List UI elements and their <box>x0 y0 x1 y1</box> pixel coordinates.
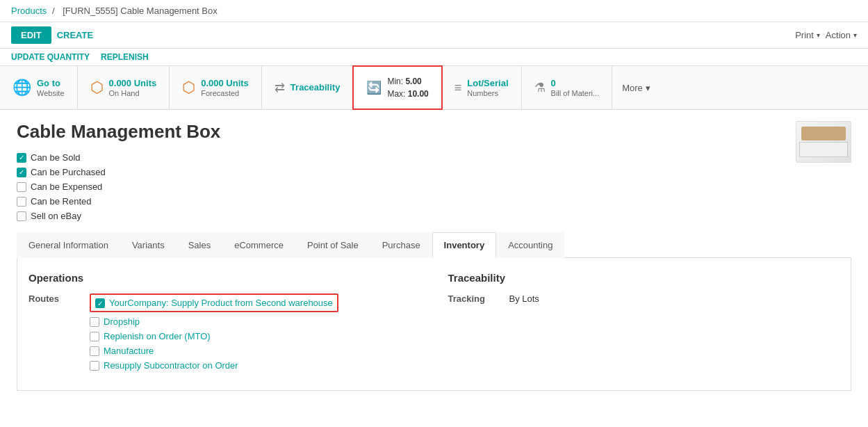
checkbox-purchased-box[interactable] <box>17 168 26 177</box>
operations-title: Operations <box>28 272 420 284</box>
stat-forecasted-value: 0.000 Units <box>201 78 249 90</box>
checkbox-ebay-label: Sell on eBay <box>31 211 81 221</box>
stat-min-value: Min: 5.00 <box>387 75 428 88</box>
stat-lot-serial-value: Lot/Serial <box>467 78 508 90</box>
stat-lot-serial-label: Numbers <box>467 89 508 97</box>
main-content: Cable Management Box Can be Sold Can be … <box>0 110 868 402</box>
checkbox-sell-ebay[interactable]: Sell on eBay <box>17 211 220 221</box>
more-button[interactable]: More ▾ <box>612 66 660 109</box>
minmax-icon: 🔄 <box>366 80 382 95</box>
checkbox-purchased-label: Can be Purchased <box>31 167 106 177</box>
tracking-label: Tracking <box>448 293 504 304</box>
breadcrumb-current: [FURN_5555] Cable Management Box <box>63 6 218 16</box>
tab-sales[interactable]: Sales <box>177 232 223 258</box>
tab-ecommerce[interactable]: eCommerce <box>222 232 295 258</box>
stat-website-value: Go to <box>37 78 65 90</box>
forecasted-icon: ⬡ <box>182 79 195 97</box>
highlighted-route-box: YourCompany: Supply Product from Second … <box>90 293 338 312</box>
breadcrumb-parent[interactable]: Products <box>11 6 47 16</box>
route-label-3: Manufacture <box>104 346 154 356</box>
route-item-2: Replenish on Order (MTO) <box>90 331 338 341</box>
tracking-field: Tracking By Lots <box>448 293 840 304</box>
checkbox-expensed-box[interactable] <box>17 182 26 192</box>
stat-forecasted[interactable]: ⬡ 0.000 Units Forecasted <box>170 66 262 109</box>
print-label: Print <box>795 30 814 40</box>
checkbox-rented-box[interactable] <box>17 197 26 207</box>
traceability-icon: ⇄ <box>275 80 285 95</box>
stat-bom[interactable]: ⚗ 0 Bill of Materi... <box>522 66 613 109</box>
tab-accounting[interactable]: Accounting <box>496 232 564 258</box>
route-checkbox-3[interactable] <box>90 346 99 356</box>
route-label-4: Resupply Subcontractor on Order <box>104 360 238 371</box>
traceability-title: Traceability <box>448 272 840 284</box>
route-item-0: YourCompany: Supply Product from Second … <box>90 293 338 312</box>
route-checkbox-1[interactable] <box>90 317 99 327</box>
stat-minmax[interactable]: 🔄 Min: 5.00 Max: 10.00 <box>352 65 442 110</box>
stat-on-hand-value: 0.000 Units <box>109 78 157 90</box>
stat-forecasted-label: Forecasted <box>201 89 249 97</box>
routes-label: Routes <box>28 293 84 304</box>
action-bar: EDIT CREATE Print ▾ Action ▾ <box>0 22 868 49</box>
checkbox-can-be-purchased[interactable]: Can be Purchased <box>17 167 220 177</box>
tab-content-inventory: Operations Routes YourCompany: Supply Pr… <box>17 258 851 391</box>
route-checkbox-2[interactable] <box>90 332 99 341</box>
print-dropdown-icon: ▾ <box>817 31 820 39</box>
checkbox-can-be-rented[interactable]: Can be Rented <box>17 196 220 207</box>
route-label-2: Replenish on Order (MTO) <box>104 331 211 341</box>
checkbox-ebay-box[interactable] <box>17 211 26 221</box>
tracking-value: By Lots <box>509 293 539 304</box>
product-title: Cable Management Box <box>17 121 220 143</box>
stat-bom-label: Bill of Materi... <box>551 89 600 97</box>
operations-section: Operations Routes YourCompany: Supply Pr… <box>28 272 420 376</box>
breadcrumb: Products / [FURN_5555] Cable Management … <box>0 0 868 22</box>
bom-icon: ⚗ <box>534 80 546 95</box>
stat-traceability-value: Traceability <box>290 82 341 94</box>
stat-bom-value: 0 <box>551 78 600 90</box>
update-quantity-button[interactable]: UPDATE QUANTITY <box>11 52 90 62</box>
stat-on-hand[interactable]: ⬡ 0.000 Units On Hand <box>78 66 170 109</box>
traceability-section: Traceability Tracking By Lots <box>448 272 840 376</box>
route-item-3: Manufacture <box>90 346 338 356</box>
replenish-button[interactable]: REPLENISH <box>101 52 149 62</box>
stat-website-label: Website <box>37 89 65 97</box>
breadcrumb-separator: / <box>52 6 55 16</box>
print-button[interactable]: Print ▾ <box>795 30 820 40</box>
checkbox-can-be-expensed[interactable]: Can be Expensed <box>17 182 220 192</box>
tab-point-of-sale[interactable]: Point of Sale <box>295 232 370 258</box>
stat-on-hand-label: On Hand <box>109 89 157 97</box>
routes-list: YourCompany: Supply Product from Second … <box>90 293 338 371</box>
checkbox-sold-box[interactable] <box>17 153 26 163</box>
checkbox-rented-label: Can be Rented <box>31 196 91 207</box>
checkbox-can-be-sold[interactable]: Can be Sold <box>17 152 220 163</box>
product-thumbnail <box>796 121 851 163</box>
route-item-1: Dropship <box>90 316 338 327</box>
checkbox-expensed-label: Can be Expensed <box>31 182 102 192</box>
tabs: General Information Variants Sales eComm… <box>17 232 851 258</box>
lot-serial-icon: ≡ <box>455 81 462 95</box>
routes-field: Routes YourCompany: Supply Product from … <box>28 293 420 371</box>
website-icon: 🌐 <box>13 79 31 97</box>
stat-traceability[interactable]: ⇄ Traceability <box>262 66 354 109</box>
route-label-1: Dropship <box>104 316 140 327</box>
edit-button[interactable]: EDIT <box>11 26 51 44</box>
tab-variants[interactable]: Variants <box>120 232 177 258</box>
tab-inventory[interactable]: Inventory <box>432 232 497 258</box>
tab-general-information[interactable]: General Information <box>17 232 120 258</box>
tab-purchase[interactable]: Purchase <box>370 232 432 258</box>
stat-bar: 🌐 Go to Website ⬡ 0.000 Units On Hand ⬡ … <box>0 66 868 110</box>
stat-website[interactable]: 🌐 Go to Website <box>0 66 78 109</box>
route-checkbox-0[interactable] <box>95 298 105 308</box>
action-button[interactable]: Action ▾ <box>826 30 857 40</box>
route-label-0: YourCompany: Supply Product from Second … <box>109 298 333 308</box>
route-checkbox-4[interactable] <box>90 361 99 371</box>
more-arrow-icon: ▾ <box>646 83 650 93</box>
more-label: More <box>622 83 643 93</box>
stat-lot-serial[interactable]: ≡ Lot/Serial Numbers <box>442 66 522 109</box>
action-label: Action <box>826 30 851 40</box>
route-item-4: Resupply Subcontractor on Order <box>90 360 338 371</box>
checkbox-list: Can be Sold Can be Purchased Can be Expe… <box>17 152 220 221</box>
action-dropdown-icon: ▾ <box>853 31 857 39</box>
create-button[interactable]: CREATE <box>57 30 93 40</box>
secondary-bar: UPDATE QUANTITY REPLENISH <box>0 49 868 66</box>
checkbox-sold-label: Can be Sold <box>31 152 81 163</box>
